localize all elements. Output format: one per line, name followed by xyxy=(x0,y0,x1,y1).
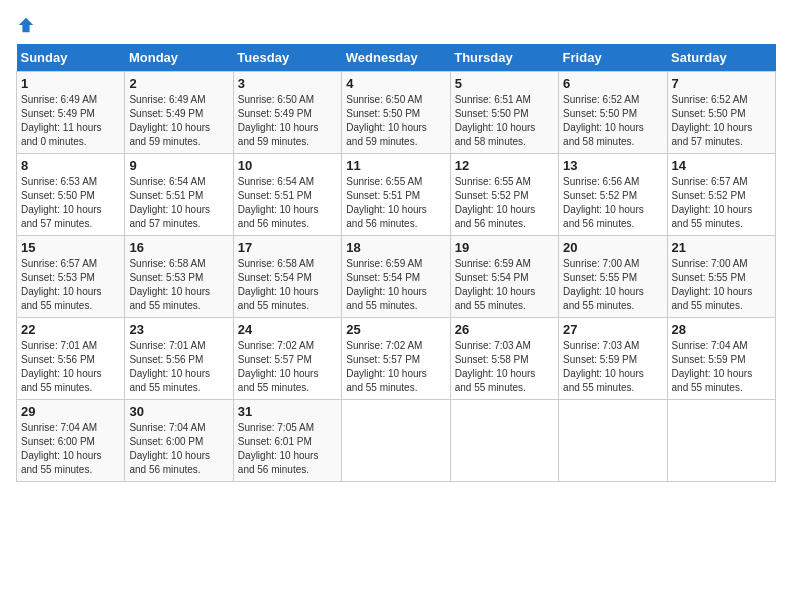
calendar-cell: 4 Sunrise: 6:50 AMSunset: 5:50 PMDayligh… xyxy=(342,72,450,154)
day-number: 26 xyxy=(455,322,554,337)
calendar-cell: 12 Sunrise: 6:55 AMSunset: 5:52 PMDaylig… xyxy=(450,154,558,236)
calendar-cell: 11 Sunrise: 6:55 AMSunset: 5:51 PMDaylig… xyxy=(342,154,450,236)
day-number: 19 xyxy=(455,240,554,255)
calendar-cell: 25 Sunrise: 7:02 AMSunset: 5:57 PMDaylig… xyxy=(342,318,450,400)
day-detail: Sunrise: 6:54 AMSunset: 5:51 PMDaylight:… xyxy=(238,176,319,229)
day-number: 6 xyxy=(563,76,662,91)
day-number: 28 xyxy=(672,322,771,337)
calendar-cell: 26 Sunrise: 7:03 AMSunset: 5:58 PMDaylig… xyxy=(450,318,558,400)
day-detail: Sunrise: 6:49 AMSunset: 5:49 PMDaylight:… xyxy=(21,94,102,147)
day-number: 29 xyxy=(21,404,120,419)
day-detail: Sunrise: 7:00 AMSunset: 5:55 PMDaylight:… xyxy=(563,258,644,311)
calendar-cell: 9 Sunrise: 6:54 AMSunset: 5:51 PMDayligh… xyxy=(125,154,233,236)
calendar-week-2: 8 Sunrise: 6:53 AMSunset: 5:50 PMDayligh… xyxy=(17,154,776,236)
calendar-cell: 24 Sunrise: 7:02 AMSunset: 5:57 PMDaylig… xyxy=(233,318,341,400)
day-detail: Sunrise: 6:52 AMSunset: 5:50 PMDaylight:… xyxy=(563,94,644,147)
calendar-cell: 29 Sunrise: 7:04 AMSunset: 6:00 PMDaylig… xyxy=(17,400,125,482)
calendar-cell xyxy=(667,400,775,482)
calendar-cell: 2 Sunrise: 6:49 AMSunset: 5:49 PMDayligh… xyxy=(125,72,233,154)
day-number: 1 xyxy=(21,76,120,91)
day-detail: Sunrise: 6:57 AMSunset: 5:52 PMDaylight:… xyxy=(672,176,753,229)
svg-marker-0 xyxy=(19,18,33,32)
day-header-saturday: Saturday xyxy=(667,44,775,72)
day-number: 21 xyxy=(672,240,771,255)
day-number: 7 xyxy=(672,76,771,91)
calendar-cell: 5 Sunrise: 6:51 AMSunset: 5:50 PMDayligh… xyxy=(450,72,558,154)
day-detail: Sunrise: 6:52 AMSunset: 5:50 PMDaylight:… xyxy=(672,94,753,147)
day-number: 13 xyxy=(563,158,662,173)
calendar-cell: 31 Sunrise: 7:05 AMSunset: 6:01 PMDaylig… xyxy=(233,400,341,482)
day-number: 25 xyxy=(346,322,445,337)
day-number: 10 xyxy=(238,158,337,173)
day-detail: Sunrise: 6:53 AMSunset: 5:50 PMDaylight:… xyxy=(21,176,102,229)
day-detail: Sunrise: 7:04 AMSunset: 5:59 PMDaylight:… xyxy=(672,340,753,393)
day-detail: Sunrise: 6:58 AMSunset: 5:53 PMDaylight:… xyxy=(129,258,210,311)
day-header-tuesday: Tuesday xyxy=(233,44,341,72)
day-number: 9 xyxy=(129,158,228,173)
day-detail: Sunrise: 6:50 AMSunset: 5:50 PMDaylight:… xyxy=(346,94,427,147)
day-number: 14 xyxy=(672,158,771,173)
calendar-week-4: 22 Sunrise: 7:01 AMSunset: 5:56 PMDaylig… xyxy=(17,318,776,400)
day-detail: Sunrise: 7:02 AMSunset: 5:57 PMDaylight:… xyxy=(346,340,427,393)
calendar-cell: 14 Sunrise: 6:57 AMSunset: 5:52 PMDaylig… xyxy=(667,154,775,236)
day-detail: Sunrise: 6:54 AMSunset: 5:51 PMDaylight:… xyxy=(129,176,210,229)
day-number: 15 xyxy=(21,240,120,255)
day-number: 2 xyxy=(129,76,228,91)
day-header-friday: Friday xyxy=(559,44,667,72)
calendar-cell: 1 Sunrise: 6:49 AMSunset: 5:49 PMDayligh… xyxy=(17,72,125,154)
calendar-cell: 27 Sunrise: 7:03 AMSunset: 5:59 PMDaylig… xyxy=(559,318,667,400)
calendar-cell: 10 Sunrise: 6:54 AMSunset: 5:51 PMDaylig… xyxy=(233,154,341,236)
day-detail: Sunrise: 7:00 AMSunset: 5:55 PMDaylight:… xyxy=(672,258,753,311)
calendar-week-3: 15 Sunrise: 6:57 AMSunset: 5:53 PMDaylig… xyxy=(17,236,776,318)
calendar-cell: 19 Sunrise: 6:59 AMSunset: 5:54 PMDaylig… xyxy=(450,236,558,318)
day-number: 27 xyxy=(563,322,662,337)
day-number: 22 xyxy=(21,322,120,337)
day-detail: Sunrise: 7:04 AMSunset: 6:00 PMDaylight:… xyxy=(129,422,210,475)
day-number: 8 xyxy=(21,158,120,173)
day-detail: Sunrise: 6:58 AMSunset: 5:54 PMDaylight:… xyxy=(238,258,319,311)
calendar-cell: 7 Sunrise: 6:52 AMSunset: 5:50 PMDayligh… xyxy=(667,72,775,154)
day-number: 18 xyxy=(346,240,445,255)
calendar-cell: 28 Sunrise: 7:04 AMSunset: 5:59 PMDaylig… xyxy=(667,318,775,400)
day-number: 23 xyxy=(129,322,228,337)
calendar-cell: 18 Sunrise: 6:59 AMSunset: 5:54 PMDaylig… xyxy=(342,236,450,318)
day-detail: Sunrise: 6:49 AMSunset: 5:49 PMDaylight:… xyxy=(129,94,210,147)
logo xyxy=(16,16,36,34)
calendar-cell: 21 Sunrise: 7:00 AMSunset: 5:55 PMDaylig… xyxy=(667,236,775,318)
day-number: 17 xyxy=(238,240,337,255)
day-detail: Sunrise: 6:55 AMSunset: 5:51 PMDaylight:… xyxy=(346,176,427,229)
calendar-cell: 17 Sunrise: 6:58 AMSunset: 5:54 PMDaylig… xyxy=(233,236,341,318)
day-detail: Sunrise: 6:50 AMSunset: 5:49 PMDaylight:… xyxy=(238,94,319,147)
day-header-monday: Monday xyxy=(125,44,233,72)
calendar-cell: 3 Sunrise: 6:50 AMSunset: 5:49 PMDayligh… xyxy=(233,72,341,154)
page-header xyxy=(16,16,776,34)
day-detail: Sunrise: 7:02 AMSunset: 5:57 PMDaylight:… xyxy=(238,340,319,393)
day-detail: Sunrise: 7:01 AMSunset: 5:56 PMDaylight:… xyxy=(21,340,102,393)
day-detail: Sunrise: 6:57 AMSunset: 5:53 PMDaylight:… xyxy=(21,258,102,311)
day-detail: Sunrise: 7:04 AMSunset: 6:00 PMDaylight:… xyxy=(21,422,102,475)
day-detail: Sunrise: 7:05 AMSunset: 6:01 PMDaylight:… xyxy=(238,422,319,475)
day-detail: Sunrise: 7:03 AMSunset: 5:59 PMDaylight:… xyxy=(563,340,644,393)
day-detail: Sunrise: 6:59 AMSunset: 5:54 PMDaylight:… xyxy=(346,258,427,311)
day-detail: Sunrise: 6:55 AMSunset: 5:52 PMDaylight:… xyxy=(455,176,536,229)
calendar-cell: 15 Sunrise: 6:57 AMSunset: 5:53 PMDaylig… xyxy=(17,236,125,318)
day-number: 3 xyxy=(238,76,337,91)
calendar-cell: 16 Sunrise: 6:58 AMSunset: 5:53 PMDaylig… xyxy=(125,236,233,318)
day-number: 11 xyxy=(346,158,445,173)
calendar-cell: 23 Sunrise: 7:01 AMSunset: 5:56 PMDaylig… xyxy=(125,318,233,400)
day-detail: Sunrise: 6:51 AMSunset: 5:50 PMDaylight:… xyxy=(455,94,536,147)
day-number: 16 xyxy=(129,240,228,255)
day-detail: Sunrise: 6:59 AMSunset: 5:54 PMDaylight:… xyxy=(455,258,536,311)
logo-icon xyxy=(17,16,35,34)
day-number: 30 xyxy=(129,404,228,419)
calendar-cell xyxy=(450,400,558,482)
calendar-header-row: SundayMondayTuesdayWednesdayThursdayFrid… xyxy=(17,44,776,72)
calendar-cell: 8 Sunrise: 6:53 AMSunset: 5:50 PMDayligh… xyxy=(17,154,125,236)
calendar-cell: 20 Sunrise: 7:00 AMSunset: 5:55 PMDaylig… xyxy=(559,236,667,318)
calendar-cell: 30 Sunrise: 7:04 AMSunset: 6:00 PMDaylig… xyxy=(125,400,233,482)
day-header-wednesday: Wednesday xyxy=(342,44,450,72)
calendar-cell: 13 Sunrise: 6:56 AMSunset: 5:52 PMDaylig… xyxy=(559,154,667,236)
day-header-sunday: Sunday xyxy=(17,44,125,72)
calendar-cell: 6 Sunrise: 6:52 AMSunset: 5:50 PMDayligh… xyxy=(559,72,667,154)
day-number: 24 xyxy=(238,322,337,337)
